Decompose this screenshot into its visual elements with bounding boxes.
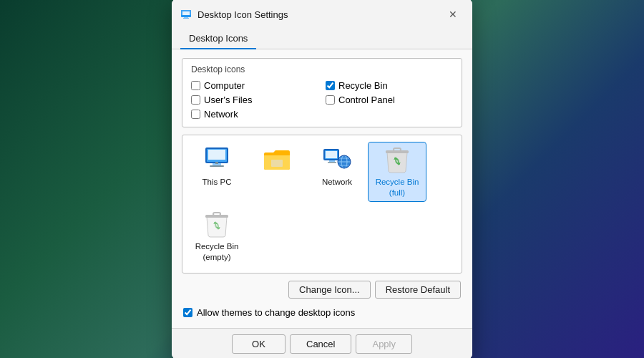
title-bar: Desktop Icon Settings ✕: [172, 0, 472, 29]
svg-rect-10: [215, 162, 218, 164]
svg-rect-4: [183, 18, 189, 19]
apply-button[interactable]: Apply: [356, 334, 412, 354]
cancel-button[interactable]: Cancel: [290, 334, 351, 354]
folder-icon: [263, 145, 291, 174]
ok-button[interactable]: OK: [232, 334, 286, 354]
checkbox-recycle-bin: Recycle Bin: [326, 80, 453, 91]
recycle-bin-full-label: Recycle Bin(full): [376, 177, 419, 198]
tab-bar: Desktop Icons: [172, 29, 472, 49]
network-label: Network: [322, 177, 352, 188]
svg-rect-11: [271, 160, 283, 167]
tab-desktop-icons[interactable]: Desktop Icons: [180, 29, 256, 49]
control-panel-label: Control Panel: [338, 95, 395, 105]
recycle-full-icon: [383, 145, 411, 174]
svg-rect-2: [182, 11, 190, 15]
users-files-checkbox[interactable]: [191, 95, 200, 105]
change-icon-button[interactable]: Change Icon...: [288, 281, 371, 299]
checkbox-users-files: User's Files: [191, 95, 318, 105]
recycle-bin-checkbox[interactable]: [326, 81, 335, 90]
control-panel-checkbox[interactable]: [326, 95, 335, 105]
svg-rect-15: [329, 160, 335, 162]
icon-grid: This PC: [188, 142, 456, 266]
recycle-empty-icon: [203, 210, 231, 238]
desktop-icon-settings-dialog: Desktop Icon Settings ✕ Desktop Icons De…: [172, 0, 472, 358]
icon-this-pc[interactable]: This PC: [188, 142, 245, 201]
dialog-title: Desktop Icon Settings: [197, 9, 442, 20]
close-button[interactable]: ✕: [442, 6, 464, 23]
checkbox-control-panel: Control Panel: [326, 95, 453, 105]
icon-network[interactable]: Network: [308, 142, 366, 201]
svg-rect-26: [213, 213, 220, 216]
network-label: Network: [204, 109, 238, 120]
checkbox-network: Network: [191, 109, 318, 120]
users-files-label: User's Files: [204, 95, 253, 105]
network-icon: [323, 145, 351, 174]
svg-rect-16: [328, 162, 336, 163]
icon-recycle-bin-empty[interactable]: Recycle Bin(empty): [188, 207, 245, 266]
restore-default-button[interactable]: Restore Default: [375, 281, 461, 299]
dialog-icon: [180, 9, 192, 20]
allow-themes-label: Allow themes to change desktop icons: [197, 307, 355, 318]
icon-recycle-bin-full[interactable]: Recycle Bin(full): [369, 142, 426, 201]
dialog-body: Desktop icons Computer Recycle Bin User'…: [172, 49, 472, 328]
checkbox-grid: Computer Recycle Bin User's Files Contro…: [191, 80, 453, 120]
dialog-footer: OK Cancel Apply: [172, 328, 472, 358]
svg-rect-24: [394, 148, 401, 151]
desktop-icons-group: Desktop icons Computer Recycle Bin User'…: [182, 58, 462, 127]
svg-rect-7: [208, 150, 225, 160]
checkbox-computer: Computer: [191, 80, 318, 91]
network-checkbox[interactable]: [191, 110, 200, 119]
icon-grid-box: This PC: [182, 135, 462, 274]
computer-label: Computer: [204, 80, 245, 91]
this-pc-label: This PC: [203, 177, 232, 188]
group-label: Desktop icons: [191, 64, 453, 74]
allow-themes-row: Allow themes to change desktop icons: [182, 306, 462, 319]
allow-themes-checkbox[interactable]: [183, 308, 192, 317]
this-pc-icon: [203, 145, 231, 174]
svg-rect-9: [210, 165, 224, 167]
svg-rect-14: [326, 151, 337, 158]
recycle-bin-empty-label: Recycle Bin(empty): [195, 241, 239, 263]
icon-users-files[interactable]: [248, 142, 306, 201]
recycle-bin-label: Recycle Bin: [338, 80, 388, 91]
icon-action-buttons: Change Icon... Restore Default: [182, 281, 462, 299]
computer-checkbox[interactable]: [191, 81, 200, 90]
